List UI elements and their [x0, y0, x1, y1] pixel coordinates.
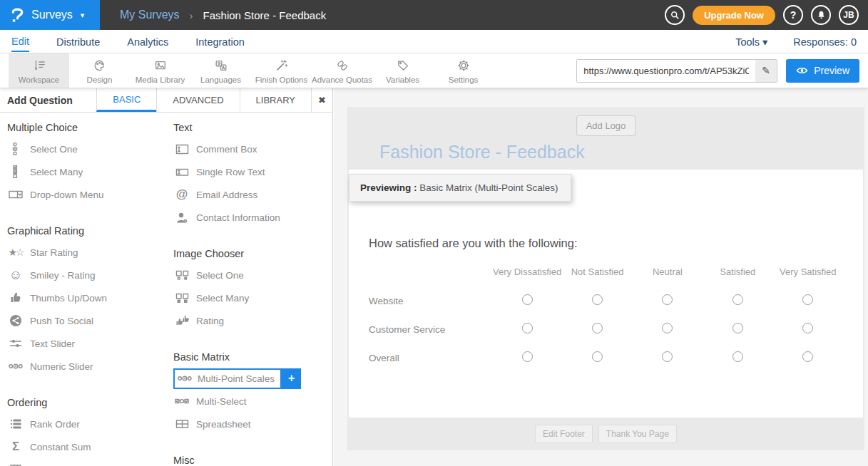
bell-icon	[816, 9, 827, 21]
qtype-email-address[interactable]: @ Email Address	[166, 183, 332, 206]
qtype-smiley-rating[interactable]: ☺ Smiley - Rating	[0, 264, 166, 286]
qtype-comment-box[interactable]: Comment Box	[166, 138, 332, 160]
add-logo-button[interactable]: Add Logo	[576, 115, 636, 136]
matrix-radio[interactable]	[732, 294, 743, 305]
matrix-col-header: Satisfied	[703, 257, 772, 286]
help-button[interactable]: ?	[783, 5, 803, 25]
chevron-down-icon: ▾	[81, 11, 85, 20]
topbar-actions: Upgrade Now ? JB	[665, 5, 868, 25]
survey-header: Add Logo Fashion Store - Feedback	[347, 107, 864, 170]
edit-toolbar: Workspace Design Media Library Languages…	[0, 53, 868, 88]
qtype-numeric-slider[interactable]: Numeric Slider	[0, 355, 166, 378]
toolbar-media-library[interactable]: Media Library	[130, 53, 190, 88]
tab-analytics[interactable]: Analytics	[127, 32, 168, 51]
edit-footer-button[interactable]: Edit Footer	[535, 425, 593, 443]
toolbar-finish-options[interactable]: Finish Options	[251, 53, 312, 88]
survey-footer: Edit Footer Thank You Page	[347, 418, 864, 450]
matrix-radio[interactable]	[592, 294, 603, 305]
product-menu[interactable]: Surveys ▾	[0, 0, 100, 30]
qtype-contact-information[interactable]: o Contact Information	[166, 206, 332, 229]
qtype-rank-order[interactable]: Rank Order	[0, 413, 166, 435]
media-library-icon	[153, 58, 168, 73]
add-question-plus-button[interactable]: +	[282, 368, 301, 389]
qtype-push-to-social[interactable]: Push To Social	[0, 309, 166, 332]
matrix-col-header: Not Satisfied	[562, 257, 632, 286]
qtype-select-one[interactable]: Select One	[0, 138, 166, 160]
matrix-radio[interactable]	[802, 294, 813, 305]
qtype-select-many[interactable]: Select Many	[0, 160, 166, 183]
qtype-single-row-text[interactable]: Single Row Text	[166, 160, 332, 183]
matrix-radio[interactable]	[592, 351, 603, 362]
tab-advanced[interactable]: ADVANCED	[156, 88, 239, 112]
qtype-image-rating[interactable]: Rating	[166, 309, 332, 332]
pencil-icon: ✎	[762, 65, 770, 76]
toolbar-advance-quotas[interactable]: Advance Quotas	[312, 53, 372, 88]
qtype-thumbs-up-down[interactable]: Thumbs Up/Down	[0, 286, 166, 309]
survey-url-input[interactable]	[577, 60, 755, 82]
avatar[interactable]: JB	[839, 5, 859, 25]
tab-integration[interactable]: Integration	[195, 32, 245, 51]
previewing-tooltip-label: Previewing :	[360, 182, 417, 193]
toolbar-design[interactable]: Design	[69, 53, 130, 88]
matrix-radio[interactable]	[662, 323, 673, 333]
matrix-radio[interactable]	[522, 294, 533, 305]
qtype-star-rating[interactable]: ★☆ Star Rating	[0, 241, 166, 264]
matrix-row-website: Website	[369, 286, 843, 315]
question-types: Multiple Choice Select One Select Many D…	[0, 113, 332, 466]
matrix-radio[interactable]	[662, 294, 673, 305]
star-rating-icon: ★☆	[9, 247, 23, 258]
top-bar: Surveys ▾ My Surveys › Fashion Store - F…	[0, 0, 868, 30]
numeric-slider-icon	[9, 362, 23, 371]
matrix-radio[interactable]	[802, 351, 813, 362]
panel-title: Add Question	[0, 88, 96, 112]
search-button[interactable]	[665, 5, 685, 25]
qtype-drag-and-drop[interactable]: Drag and Drop	[0, 458, 166, 466]
responses-count[interactable]: Responses: 0	[793, 32, 857, 51]
upgrade-now-button[interactable]: Upgrade Now	[693, 6, 775, 25]
edit-url-button[interactable]: ✎	[755, 60, 777, 82]
matrix-radio[interactable]	[522, 323, 533, 333]
matrix-radio[interactable]	[592, 323, 603, 333]
tab-distribute[interactable]: Distribute	[56, 32, 100, 51]
tab-basic[interactable]: BASIC	[96, 88, 156, 112]
matrix-row-overall: Overall	[369, 343, 843, 372]
thumbs-up-icon	[9, 291, 23, 304]
sigma-icon: Σ	[9, 440, 23, 454]
section-image-chooser: Image Chooser	[173, 248, 332, 259]
qtype-constant-sum[interactable]: Σ Constant Sum	[0, 435, 166, 458]
toolbar-languages[interactable]: Languages	[190, 53, 251, 88]
toolbar-settings[interactable]: Settings	[433, 53, 494, 88]
question-types-col-1: Multiple Choice Select One Select Many D…	[0, 113, 166, 466]
matrix-radio[interactable]	[732, 351, 743, 362]
qtype-spreadsheet[interactable]: Spreadsheet	[166, 413, 332, 435]
preview-button[interactable]: Preview	[786, 59, 859, 83]
matrix-radio[interactable]	[732, 323, 743, 333]
survey-preview: Add Logo Fashion Store - Feedback Previe…	[347, 107, 864, 450]
matrix-radio[interactable]	[802, 323, 813, 333]
tools-menu[interactable]: Tools ▾	[735, 32, 767, 51]
qtype-multi-point-scales[interactable]: Multi-Point Scales	[173, 368, 282, 389]
toolbar-variables[interactable]: Variables	[372, 53, 433, 88]
qtype-text-slider[interactable]: Text Slider	[0, 332, 166, 355]
matrix-radio[interactable]	[522, 351, 533, 362]
advance-quotas-icon	[335, 58, 349, 73]
qtype-multi-select[interactable]: Multi-Select	[166, 390, 332, 413]
breadcrumb-my-surveys[interactable]: My Surveys	[120, 9, 180, 21]
thank-you-page-button[interactable]: Thank You Page	[598, 425, 677, 443]
breadcrumb-current-survey: Fashion Store - Feedback	[203, 9, 327, 21]
svg-text:o: o	[185, 219, 186, 222]
qtype-dropdown-menu[interactable]: Drop-down Menu	[0, 183, 166, 206]
toolbar-workspace[interactable]: Workspace	[9, 53, 69, 88]
image-rating-icon	[175, 315, 189, 326]
tab-edit[interactable]: Edit	[11, 31, 29, 52]
previewing-tooltip: Previewing : Basic Matrix (Multi-Point S…	[349, 174, 571, 202]
matrix-row-label: Customer Service	[369, 315, 492, 343]
notifications-button[interactable]	[811, 5, 831, 25]
qtype-image-select-many[interactable]: Select Many	[166, 286, 332, 309]
matrix-radio[interactable]	[662, 351, 673, 362]
qtype-image-select-one[interactable]: Select One	[166, 264, 332, 286]
matrix-header-row: Very Dissatisfied Not Satisfied Neutral …	[369, 257, 843, 286]
tab-library[interactable]: LIBRARY	[240, 88, 311, 112]
image-radio-icon	[175, 270, 189, 281]
close-panel-button[interactable]: ✖	[311, 88, 332, 112]
